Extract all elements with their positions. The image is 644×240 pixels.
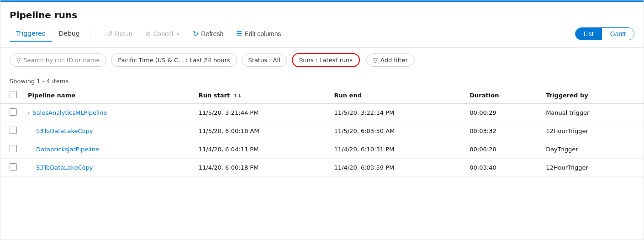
add-filter-label: Add filter [380,57,408,64]
filters-row: ▽ Search by run ID or name Pacific Time … [0,48,644,73]
tab-group: Triggered Debug [10,26,94,42]
gantt-view-button[interactable]: Gantt [602,28,634,40]
header-run-start[interactable]: Run start ↑↓ [193,87,329,104]
row-run-start: 11/5/20, 6:00:18 AM [193,122,329,140]
search-filter-icon: ▽ [16,57,21,64]
row-duration: 00:03:40 [464,159,540,177]
row-pipeline-name: S3ToDataLakeCopy [22,159,193,177]
refresh-button[interactable]: ↻ Refresh [187,27,229,41]
page-container: Pipeline runs Triggered Debug ↺ Rerun [0,0,644,240]
pipeline-link[interactable]: S3ToDataLakeCopy [36,164,93,171]
row-checkbox-cell [0,104,22,122]
tab-debug[interactable]: Debug [52,26,86,42]
cancel-dropdown: ⊘ Cancel ∨ [140,27,186,41]
cancel-button[interactable]: ⊘ Cancel ∨ [140,27,186,41]
row-pipeline-name: › SalesAnalyticsMLPipeline [22,104,193,122]
row-triggered-by: Manual trigger [540,104,644,122]
header-run-end: Run end [329,87,465,104]
row-checkbox[interactable] [10,127,17,134]
time-filter-label: Pacific Time (US & C... : Last 24 hours [118,57,230,64]
row-run-end: 11/4/20, 6:10:31 PM [329,140,465,159]
toolbar-actions: ↺ Rerun ⊘ Cancel ∨ ↻ Refresh ☰ Edit [101,27,634,41]
search-filter[interactable]: ▽ Search by run ID or name [10,53,106,67]
row-run-start: 11/4/20, 6:00:18 PM [193,159,329,177]
header-pipeline-name: Pipeline name [22,87,193,104]
row-checkbox-cell [0,140,22,159]
pipeline-runs-table: Pipeline name Run start ↑↓ Run end Durat… [0,87,644,177]
runs-filter-label: Runs : Latest runs [299,57,353,64]
refresh-icon: ↻ [193,30,199,38]
status-filter-label: Status : All [248,57,280,64]
row-duration: 00:00:29 [464,104,540,122]
tab-triggered[interactable]: Triggered [10,26,52,42]
row-run-end: 11/4/20, 6:03:59 PM [329,159,465,177]
header-duration: Duration [464,87,540,104]
table-row: S3ToDataLakeCopy 11/5/20, 6:00:18 AM 11/… [0,122,644,140]
search-placeholder: Search by run ID or name [23,57,100,64]
table-row: S3ToDataLakeCopy 11/4/20, 6:00:18 PM 11/… [0,159,644,177]
row-checkbox-cell [0,122,22,140]
row-run-end: 11/5/20, 6:03:50 AM [329,122,465,140]
pipeline-link[interactable]: DatabricksJarPipeline [36,146,99,153]
row-pipeline-name: S3ToDataLakeCopy [22,122,193,140]
row-run-start: 11/4/20, 6:04:11 PM [193,140,329,159]
sort-icon: ↑↓ [233,93,242,99]
table-row: › SalesAnalyticsMLPipeline 11/5/20, 3:21… [0,104,644,122]
table-row: DatabricksJarPipeline 11/4/20, 6:04:11 P… [0,140,644,159]
pipeline-link[interactable]: SalesAnalyticsMLPipeline [32,109,107,116]
add-filter-button[interactable]: ▽ Add filter [366,53,415,67]
row-triggered-by: 12HourTrigger [540,159,644,177]
expand-arrow-icon[interactable]: › [28,110,30,116]
list-view-button[interactable]: List [575,28,602,40]
row-run-end: 11/5/20, 3:22:14 PM [329,104,465,122]
runs-filter[interactable]: Runs : Latest runs [292,53,360,67]
status-filter[interactable]: Status : All [242,53,287,67]
table-header-row: Pipeline name Run start ↑↓ Run end Durat… [0,87,644,104]
edit-columns-icon: ☰ [236,30,242,38]
toolbar: Triggered Debug ↺ Rerun ⊘ Cancel ∨ [10,26,634,42]
rerun-button[interactable]: ↺ Rerun [101,27,138,41]
cancel-icon: ⊘ [145,30,151,38]
time-filter[interactable]: Pacific Time (US & C... : Last 24 hours [111,53,237,67]
row-triggered-by: 12HourTrigger [540,122,644,140]
select-all-checkbox[interactable] [10,91,17,98]
header-checkbox-col [0,87,22,104]
header: Pipeline runs Triggered Debug ↺ Rerun [0,2,644,48]
cancel-chevron-icon: ∨ [176,31,180,37]
view-toggle: List Gantt [575,27,634,40]
rerun-icon: ↺ [107,30,113,38]
add-filter-icon: ▽ [373,57,378,64]
row-duration: 00:06:20 [464,140,540,159]
pipeline-link[interactable]: S3ToDataLakeCopy [36,128,93,134]
edit-columns-button[interactable]: ☰ Edit columns [231,27,286,41]
page-title: Pipeline runs [10,10,634,21]
row-run-start: 11/5/20, 3:21:44 PM [193,104,329,122]
tab-divider [90,29,90,38]
row-checkbox-cell [0,159,22,177]
header-triggered-by: Triggered by [540,87,644,104]
row-checkbox[interactable] [10,145,17,152]
row-duration: 00:03:32 [464,122,540,140]
row-pipeline-name: DatabricksJarPipeline [22,140,193,159]
showing-text: Showing 1 - 4 items [0,73,644,87]
row-checkbox[interactable] [10,163,17,171]
row-checkbox[interactable] [10,108,17,116]
row-triggered-by: DayTrigger [540,140,644,159]
